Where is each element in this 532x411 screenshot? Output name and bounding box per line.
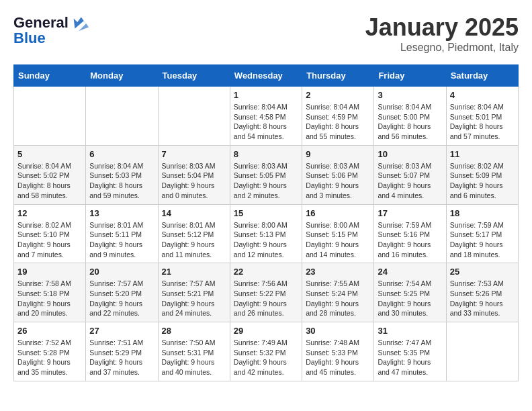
day-info: Sunrise: 8:03 AM Sunset: 5:05 PM Dayligh… [234, 161, 298, 201]
day-number: 21 [162, 267, 226, 277]
day-info: Sunrise: 7:55 AM Sunset: 5:24 PM Dayligh… [306, 279, 370, 318]
day-info: Sunrise: 8:02 AM Sunset: 5:09 PM Dayligh… [450, 161, 515, 201]
day-number: 25 [450, 267, 515, 277]
day-info: Sunrise: 7:53 AM Sunset: 5:26 PM Dayligh… [450, 279, 515, 318]
day-info: Sunrise: 8:04 AM Sunset: 4:58 PM Dayligh… [234, 102, 298, 142]
header-day-tuesday: Tuesday [158, 65, 230, 87]
calendar-cell: 18Sunrise: 7:59 AM Sunset: 5:17 PM Dayli… [446, 204, 518, 263]
header-day-monday: Monday [86, 65, 158, 87]
logo: General Blue [13, 13, 89, 47]
day-number: 18 [450, 208, 515, 218]
header-day-thursday: Thursday [302, 65, 374, 87]
day-number: 4 [450, 90, 515, 100]
day-info: Sunrise: 8:03 AM Sunset: 5:04 PM Dayligh… [162, 161, 226, 201]
day-info: Sunrise: 8:04 AM Sunset: 5:02 PM Dayligh… [17, 161, 82, 201]
calendar-cell: 9Sunrise: 8:03 AM Sunset: 5:06 PM Daylig… [302, 145, 374, 204]
day-number: 30 [306, 326, 370, 336]
calendar-cell: 2Sunrise: 8:04 AM Sunset: 4:59 PM Daylig… [302, 87, 374, 146]
calendar-cell [446, 322, 518, 381]
day-info: Sunrise: 7:52 AM Sunset: 5:28 PM Dayligh… [17, 338, 82, 377]
day-number: 8 [234, 149, 298, 159]
svg-marker-1 [79, 24, 89, 31]
day-info: Sunrise: 8:01 AM Sunset: 5:12 PM Dayligh… [162, 220, 226, 260]
day-number: 12 [17, 208, 82, 218]
day-number: 9 [306, 149, 370, 159]
day-info: Sunrise: 7:49 AM Sunset: 5:32 PM Dayligh… [234, 338, 298, 377]
day-number: 17 [378, 208, 442, 218]
day-info: Sunrise: 7:56 AM Sunset: 5:22 PM Dayligh… [234, 279, 298, 318]
calendar-cell: 21Sunrise: 7:57 AM Sunset: 5:21 PM Dayli… [158, 263, 230, 322]
week-row: 1Sunrise: 8:04 AM Sunset: 4:58 PM Daylig… [14, 87, 519, 146]
day-info: Sunrise: 7:59 AM Sunset: 5:17 PM Dayligh… [450, 220, 515, 260]
page-header: General Blue January 2025 Lesegno, Piedm… [13, 13, 519, 54]
day-number: 13 [89, 208, 154, 218]
day-number: 20 [89, 267, 154, 277]
day-info: Sunrise: 7:50 AM Sunset: 5:31 PM Dayligh… [162, 338, 226, 377]
day-info: Sunrise: 7:59 AM Sunset: 5:16 PM Dayligh… [378, 220, 442, 260]
day-number: 26 [17, 326, 82, 336]
day-number: 5 [17, 149, 82, 159]
logo-text: General [13, 15, 69, 31]
day-number: 29 [234, 326, 298, 336]
day-info: Sunrise: 8:01 AM Sunset: 5:11 PM Dayligh… [89, 220, 154, 260]
week-row: 26Sunrise: 7:52 AM Sunset: 5:28 PM Dayli… [14, 322, 519, 381]
calendar-cell: 14Sunrise: 8:01 AM Sunset: 5:12 PM Dayli… [158, 204, 230, 263]
calendar-cell: 22Sunrise: 7:56 AM Sunset: 5:22 PM Dayli… [230, 263, 302, 322]
day-info: Sunrise: 8:02 AM Sunset: 5:10 PM Dayligh… [17, 220, 82, 260]
calendar-cell: 23Sunrise: 7:55 AM Sunset: 5:24 PM Dayli… [302, 263, 374, 322]
calendar-cell: 27Sunrise: 7:51 AM Sunset: 5:29 PM Dayli… [86, 322, 158, 381]
day-info: Sunrise: 8:04 AM Sunset: 4:59 PM Dayligh… [306, 102, 370, 142]
day-number: 14 [162, 208, 226, 218]
calendar-cell [158, 87, 230, 146]
calendar-cell: 4Sunrise: 8:04 AM Sunset: 5:01 PM Daylig… [446, 87, 518, 146]
day-info: Sunrise: 7:47 AM Sunset: 5:35 PM Dayligh… [378, 338, 442, 377]
day-info: Sunrise: 7:51 AM Sunset: 5:29 PM Dayligh… [89, 338, 154, 377]
month-title: January 2025 [365, 13, 519, 42]
calendar-cell: 12Sunrise: 8:02 AM Sunset: 5:10 PM Dayli… [14, 204, 86, 263]
day-number: 22 [234, 267, 298, 277]
day-number: 27 [89, 326, 154, 336]
calendar-body: 1Sunrise: 8:04 AM Sunset: 4:58 PM Daylig… [14, 87, 519, 381]
week-row: 19Sunrise: 7:58 AM Sunset: 5:18 PM Dayli… [14, 263, 519, 322]
calendar-cell: 1Sunrise: 8:04 AM Sunset: 4:58 PM Daylig… [230, 87, 302, 146]
day-number: 19 [17, 267, 82, 277]
day-number: 31 [378, 326, 442, 336]
calendar-cell: 8Sunrise: 8:03 AM Sunset: 5:05 PM Daylig… [230, 145, 302, 204]
calendar-cell: 3Sunrise: 8:04 AM Sunset: 5:00 PM Daylig… [374, 87, 446, 146]
day-number: 7 [162, 149, 226, 159]
day-number: 16 [306, 208, 370, 218]
calendar-cell: 31Sunrise: 7:47 AM Sunset: 5:35 PM Dayli… [374, 322, 446, 381]
day-info: Sunrise: 7:48 AM Sunset: 5:33 PM Dayligh… [306, 338, 370, 377]
day-number: 28 [162, 326, 226, 336]
day-number: 1 [234, 90, 298, 100]
day-info: Sunrise: 8:00 AM Sunset: 5:13 PM Dayligh… [234, 220, 298, 260]
calendar-table: SundayMondayTuesdayWednesdayThursdayFrid… [13, 64, 519, 381]
logo-icon [70, 13, 89, 32]
day-number: 6 [89, 149, 154, 159]
title-block: January 2025 Lesegno, Piedmont, Italy [365, 13, 519, 54]
calendar-cell: 11Sunrise: 8:02 AM Sunset: 5:09 PM Dayli… [446, 145, 518, 204]
header-day-wednesday: Wednesday [230, 65, 302, 87]
day-info: Sunrise: 8:04 AM Sunset: 5:00 PM Dayligh… [378, 102, 442, 142]
calendar-cell: 15Sunrise: 8:00 AM Sunset: 5:13 PM Dayli… [230, 204, 302, 263]
day-info: Sunrise: 7:54 AM Sunset: 5:25 PM Dayligh… [378, 279, 442, 318]
day-number: 10 [378, 149, 442, 159]
header-row: SundayMondayTuesdayWednesdayThursdayFrid… [14, 65, 519, 87]
calendar-cell: 13Sunrise: 8:01 AM Sunset: 5:11 PM Dayli… [86, 204, 158, 263]
calendar-cell: 10Sunrise: 8:03 AM Sunset: 5:07 PM Dayli… [374, 145, 446, 204]
day-info: Sunrise: 8:03 AM Sunset: 5:07 PM Dayligh… [378, 161, 442, 201]
header-day-sunday: Sunday [14, 65, 86, 87]
day-number: 11 [450, 149, 515, 159]
week-row: 5Sunrise: 8:04 AM Sunset: 5:02 PM Daylig… [14, 145, 519, 204]
day-number: 15 [234, 208, 298, 218]
day-number: 23 [306, 267, 370, 277]
calendar-cell: 20Sunrise: 7:57 AM Sunset: 5:20 PM Dayli… [86, 263, 158, 322]
calendar-cell: 6Sunrise: 8:04 AM Sunset: 5:03 PM Daylig… [86, 145, 158, 204]
calendar-cell: 16Sunrise: 8:00 AM Sunset: 5:15 PM Dayli… [302, 204, 374, 263]
calendar-cell: 25Sunrise: 7:53 AM Sunset: 5:26 PM Dayli… [446, 263, 518, 322]
day-number: 3 [378, 90, 442, 100]
calendar-cell: 5Sunrise: 8:04 AM Sunset: 5:02 PM Daylig… [14, 145, 86, 204]
calendar-cell: 24Sunrise: 7:54 AM Sunset: 5:25 PM Dayli… [374, 263, 446, 322]
calendar-cell: 26Sunrise: 7:52 AM Sunset: 5:28 PM Dayli… [14, 322, 86, 381]
calendar-cell [86, 87, 158, 146]
